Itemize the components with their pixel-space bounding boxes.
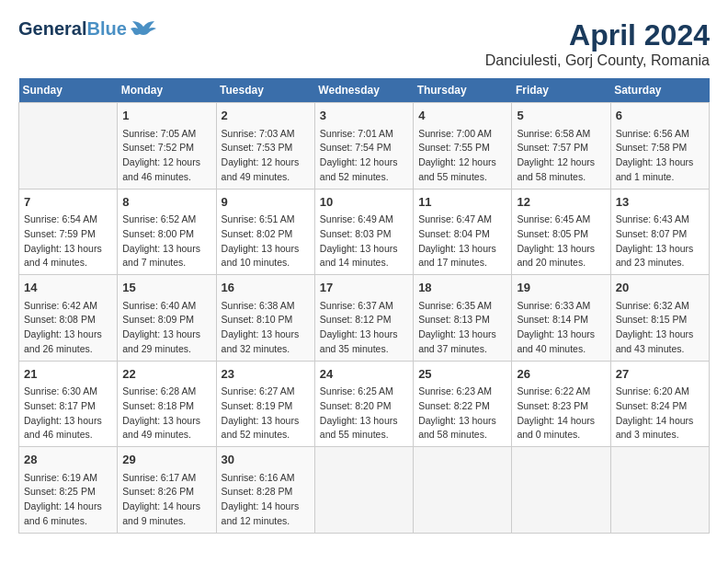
day-number: 11 [418,193,506,212]
weekday-header-thursday: Thursday [414,78,512,103]
calendar-subtitle: Danciulesti, Gorj County, Romania [485,52,710,69]
calendar-cell: 19Sunrise: 6:33 AMSunset: 8:14 PMDayligh… [512,275,610,362]
day-info: Sunrise: 6:23 AMSunset: 8:22 PMDaylight:… [418,385,506,442]
calendar-cell: 7Sunrise: 6:54 AMSunset: 7:59 PMDaylight… [19,189,118,275]
day-info: Sunrise: 6:43 AMSunset: 8:07 PMDaylight:… [616,213,704,270]
day-info: Sunrise: 6:16 AMSunset: 8:28 PMDaylight:… [222,471,310,529]
calendar-cell: 3Sunrise: 7:01 AMSunset: 7:54 PMDaylight… [314,103,413,190]
calendar-cell: 4Sunrise: 7:00 AMSunset: 7:55 PMDaylight… [414,103,512,190]
calendar-week-row: 7Sunrise: 6:54 AMSunset: 7:59 PMDaylight… [19,189,710,275]
day-info: Sunrise: 6:58 AMSunset: 7:57 PMDaylight:… [517,127,605,185]
calendar-cell: 10Sunrise: 6:49 AMSunset: 8:03 PMDayligh… [314,189,413,275]
calendar-cell: 11Sunrise: 6:47 AMSunset: 8:04 PMDayligh… [414,189,512,275]
day-info: Sunrise: 6:42 AMSunset: 8:08 PMDaylight:… [24,299,112,357]
day-info: Sunrise: 6:33 AMSunset: 8:14 PMDaylight:… [517,299,605,357]
day-number: 20 [616,279,704,297]
logo-bird-icon [131,19,156,38]
calendar-cell: 18Sunrise: 6:35 AMSunset: 8:13 PMDayligh… [414,275,512,362]
day-info: Sunrise: 7:00 AMSunset: 7:55 PMDaylight:… [418,127,506,185]
day-number: 24 [320,365,408,384]
day-info: Sunrise: 6:51 AMSunset: 8:02 PMDaylight:… [222,213,310,270]
calendar-cell: 25Sunrise: 6:23 AMSunset: 8:22 PMDayligh… [414,361,512,447]
day-number: 4 [418,107,506,125]
calendar-cell: 16Sunrise: 6:38 AMSunset: 8:10 PMDayligh… [216,275,314,362]
day-info: Sunrise: 6:17 AMSunset: 8:26 PMDaylight:… [122,471,210,529]
calendar-cell [314,447,413,534]
logo: GeneralBlue [18,18,156,39]
day-info: Sunrise: 6:45 AMSunset: 8:05 PMDaylight:… [517,213,605,270]
day-number: 1 [122,107,210,125]
calendar-cell [512,447,610,534]
calendar-cell: 29Sunrise: 6:17 AMSunset: 8:26 PMDayligh… [118,447,216,534]
day-info: Sunrise: 6:28 AMSunset: 8:18 PMDaylight:… [122,385,210,442]
calendar-week-row: 28Sunrise: 6:19 AMSunset: 8:25 PMDayligh… [19,447,710,534]
calendar-week-row: 21Sunrise: 6:30 AMSunset: 8:17 PMDayligh… [19,361,710,447]
day-number: 15 [122,279,210,297]
day-info: Sunrise: 6:52 AMSunset: 8:00 PMDaylight:… [122,213,210,270]
day-info: Sunrise: 6:27 AMSunset: 8:19 PMDaylight:… [222,385,310,442]
day-info: Sunrise: 6:20 AMSunset: 8:24 PMDaylight:… [616,385,704,442]
day-info: Sunrise: 6:37 AMSunset: 8:12 PMDaylight:… [320,299,408,357]
day-number: 30 [222,451,310,469]
calendar-cell: 14Sunrise: 6:42 AMSunset: 8:08 PMDayligh… [19,275,118,362]
day-info: Sunrise: 6:32 AMSunset: 8:15 PMDaylight:… [616,299,704,357]
weekday-header-sunday: Sunday [19,78,118,103]
title-block: April 2024 Danciulesti, Gorj County, Rom… [485,18,710,69]
day-number: 19 [517,279,605,297]
day-info: Sunrise: 7:03 AMSunset: 7:53 PMDaylight:… [222,127,310,185]
day-number: 17 [320,279,408,297]
calendar-title: April 2024 [485,18,710,52]
page-header: GeneralBlue April 2024 Danciulesti, Gorj… [18,18,710,69]
day-number: 18 [418,279,506,297]
day-number: 6 [616,107,704,125]
day-info: Sunrise: 6:25 AMSunset: 8:20 PMDaylight:… [320,385,408,442]
calendar-cell: 12Sunrise: 6:45 AMSunset: 8:05 PMDayligh… [512,189,610,275]
calendar-cell: 22Sunrise: 6:28 AMSunset: 8:18 PMDayligh… [118,361,216,447]
day-number: 10 [320,193,408,212]
day-info: Sunrise: 6:30 AMSunset: 8:17 PMDaylight:… [24,385,112,442]
weekday-header-friday: Friday [512,78,610,103]
calendar-cell: 6Sunrise: 6:56 AMSunset: 7:58 PMDaylight… [610,103,709,190]
calendar-cell: 21Sunrise: 6:30 AMSunset: 8:17 PMDayligh… [19,361,118,447]
day-info: Sunrise: 6:56 AMSunset: 7:58 PMDaylight:… [616,127,704,185]
day-number: 8 [122,193,210,212]
calendar-cell: 2Sunrise: 7:03 AMSunset: 7:53 PMDaylight… [216,103,314,190]
day-info: Sunrise: 7:01 AMSunset: 7:54 PMDaylight:… [320,127,408,185]
calendar-cell: 17Sunrise: 6:37 AMSunset: 8:12 PMDayligh… [314,275,413,362]
day-number: 5 [517,107,605,125]
day-info: Sunrise: 6:22 AMSunset: 8:23 PMDaylight:… [517,385,605,442]
day-info: Sunrise: 6:38 AMSunset: 8:10 PMDaylight:… [222,299,310,357]
calendar-cell: 28Sunrise: 6:19 AMSunset: 8:25 PMDayligh… [19,447,118,534]
calendar-week-row: 14Sunrise: 6:42 AMSunset: 8:08 PMDayligh… [19,275,710,362]
calendar-cell: 5Sunrise: 6:58 AMSunset: 7:57 PMDaylight… [512,103,610,190]
day-number: 14 [24,279,112,297]
calendar-cell: 26Sunrise: 6:22 AMSunset: 8:23 PMDayligh… [512,361,610,447]
calendar-table: SundayMondayTuesdayWednesdayThursdayFrid… [18,78,710,534]
calendar-cell: 20Sunrise: 6:32 AMSunset: 8:15 PMDayligh… [610,275,709,362]
day-number: 25 [418,365,506,384]
day-info: Sunrise: 6:19 AMSunset: 8:25 PMDaylight:… [24,471,112,529]
calendar-cell: 13Sunrise: 6:43 AMSunset: 8:07 PMDayligh… [610,189,709,275]
day-info: Sunrise: 6:49 AMSunset: 8:03 PMDaylight:… [320,213,408,270]
calendar-cell: 23Sunrise: 6:27 AMSunset: 8:19 PMDayligh… [216,361,314,447]
day-number: 2 [222,107,310,125]
calendar-cell: 9Sunrise: 6:51 AMSunset: 8:02 PMDaylight… [216,189,314,275]
calendar-cell: 24Sunrise: 6:25 AMSunset: 8:20 PMDayligh… [314,361,413,447]
day-number: 23 [222,365,310,384]
weekday-header-monday: Monday [118,78,216,103]
calendar-cell: 15Sunrise: 6:40 AMSunset: 8:09 PMDayligh… [118,275,216,362]
calendar-cell: 27Sunrise: 6:20 AMSunset: 8:24 PMDayligh… [610,361,709,447]
calendar-cell: 30Sunrise: 6:16 AMSunset: 8:28 PMDayligh… [216,447,314,534]
day-number: 28 [24,451,112,469]
day-info: Sunrise: 6:54 AMSunset: 7:59 PMDaylight:… [24,213,112,270]
weekday-header-tuesday: Tuesday [216,78,314,103]
calendar-cell [19,103,118,190]
calendar-cell [414,447,512,534]
logo-text: GeneralBlue [18,18,127,39]
day-info: Sunrise: 6:47 AMSunset: 8:04 PMDaylight:… [418,213,506,270]
day-number: 12 [517,193,605,212]
day-info: Sunrise: 6:35 AMSunset: 8:13 PMDaylight:… [418,299,506,357]
day-number: 22 [122,365,210,384]
day-number: 13 [616,193,704,212]
day-number: 3 [320,107,408,125]
